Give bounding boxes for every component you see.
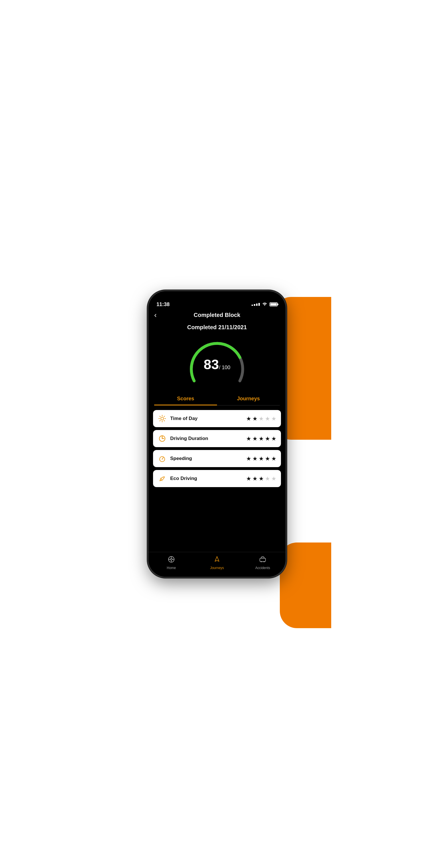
star-3: ★ xyxy=(259,475,264,482)
score-card-eco-driving[interactable]: Eco Driving ★ ★ ★ ★ ★ xyxy=(153,470,281,487)
svg-line-5 xyxy=(160,416,160,417)
nav-item-home[interactable]: Home xyxy=(149,556,194,570)
status-time: 11:38 xyxy=(156,302,169,308)
score-gauge: 83/ 100 xyxy=(149,335,285,392)
score-card-driving-duration[interactable]: Driving Duration ★ ★ ★ ★ ★ xyxy=(153,430,281,447)
driving-duration-stars: ★ ★ ★ ★ ★ xyxy=(246,435,276,442)
star-5: ★ xyxy=(271,475,276,482)
star-4: ★ xyxy=(265,455,270,462)
spacer xyxy=(149,487,285,552)
score-card-time-of-day[interactable]: Time of Day ★ ★ ★ ★ ★ xyxy=(153,410,281,427)
driving-duration-label: Driving Duration xyxy=(170,436,243,441)
score-card-speeding[interactable]: Speeding ★ ★ ★ ★ ★ xyxy=(153,450,281,467)
page-wrapper: 11:38 xyxy=(108,217,326,651)
tab-journeys[interactable]: Journeys xyxy=(217,392,280,405)
svg-point-20 xyxy=(264,561,265,562)
svg-point-19 xyxy=(261,561,262,562)
phone-shell: 11:38 xyxy=(149,291,285,577)
accidents-label: Accidents xyxy=(255,566,270,570)
back-button[interactable]: ‹ xyxy=(154,311,157,319)
status-icons xyxy=(252,302,278,307)
eco-driving-stars: ★ ★ ★ ★ ★ xyxy=(246,475,276,482)
star-3: ★ xyxy=(259,415,264,422)
star-5: ★ xyxy=(271,435,276,442)
gauge-text: 83/ 100 xyxy=(204,358,230,371)
star-4: ★ xyxy=(265,415,270,422)
tab-bar: Scores Journeys xyxy=(154,392,280,405)
page-title: Completed Block xyxy=(194,312,240,318)
eco-driving-icon xyxy=(158,474,167,483)
svg-line-8 xyxy=(160,420,160,421)
star-1: ★ xyxy=(246,415,251,422)
status-bar: 11:38 xyxy=(149,299,285,310)
orange-blob-bottom-right xyxy=(280,542,331,628)
svg-point-0 xyxy=(161,417,164,420)
speeding-label: Speeding xyxy=(170,456,243,461)
star-3: ★ xyxy=(259,435,264,442)
svg-line-6 xyxy=(164,420,164,421)
nav-item-journeys[interactable]: Journeys xyxy=(194,556,240,570)
accidents-icon xyxy=(259,556,267,565)
journeys-label: Journeys xyxy=(210,566,224,570)
home-label: Home xyxy=(167,566,176,570)
battery-icon xyxy=(270,302,278,306)
star-2: ★ xyxy=(252,435,257,442)
journeys-icon xyxy=(213,556,221,565)
bottom-navigation: Home Journeys xyxy=(149,552,285,577)
star-3: ★ xyxy=(259,455,264,462)
speeding-icon xyxy=(158,454,167,463)
star-5: ★ xyxy=(271,455,276,462)
gauge-score: 83 xyxy=(204,357,219,372)
star-1: ★ xyxy=(246,475,251,482)
speeding-stars: ★ ★ ★ ★ ★ xyxy=(246,455,276,462)
eco-driving-label: Eco Driving xyxy=(170,476,243,482)
svg-rect-18 xyxy=(260,558,266,562)
signal-icon xyxy=(252,303,260,306)
svg-line-7 xyxy=(164,416,164,417)
star-1: ★ xyxy=(246,435,251,442)
driving-duration-icon xyxy=(158,434,167,443)
time-of-day-icon xyxy=(158,414,167,423)
svg-point-11 xyxy=(162,459,163,460)
star-4: ★ xyxy=(265,475,270,482)
star-2: ★ xyxy=(252,475,257,482)
star-5: ★ xyxy=(271,415,276,422)
time-of-day-label: Time of Day xyxy=(170,416,243,422)
phone-screen: 11:38 xyxy=(149,291,285,577)
scores-list: Time of Day ★ ★ ★ ★ ★ xyxy=(149,405,285,487)
star-1: ★ xyxy=(246,455,251,462)
wifi-icon xyxy=(262,302,267,307)
tab-scores[interactable]: Scores xyxy=(154,392,217,405)
star-2: ★ xyxy=(252,455,257,462)
home-icon xyxy=(167,556,175,565)
completed-date: Completed 21/11/2021 xyxy=(149,322,285,335)
time-of-day-stars: ★ ★ ★ ★ ★ xyxy=(246,415,276,422)
gauge-max: / 100 xyxy=(219,365,230,370)
star-4: ★ xyxy=(265,435,270,442)
nav-item-accidents[interactable]: Accidents xyxy=(240,556,285,570)
star-2: ★ xyxy=(252,415,257,422)
svg-point-13 xyxy=(170,558,172,560)
